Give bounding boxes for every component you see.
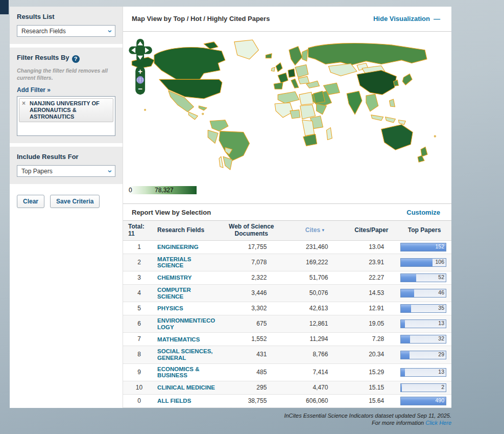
- rank-cell: 7: [123, 333, 155, 346]
- cites-cell: 8,766: [284, 346, 345, 363]
- sort-arrow-icon: ▾: [322, 227, 324, 233]
- cites-cell: 7,414: [284, 363, 345, 381]
- main-content: Map View by Top / Hot / Highly Cited Pap…: [123, 7, 451, 408]
- top-papers-value: 29: [438, 352, 444, 358]
- table-row: 7MATHEMATICS1,55211,2947.2832: [123, 333, 451, 346]
- filter-section: Filter Results By? Changing the filter f…: [10, 48, 123, 143]
- table-row: 9ECONOMICS & BUSINESS4857,41415.2913: [123, 363, 451, 381]
- cites-per-paper-cell: 22.27: [345, 271, 397, 284]
- field-link[interactable]: ENGINEERING: [157, 244, 217, 250]
- field-link[interactable]: CLINICAL MEDICINE: [157, 384, 217, 391]
- field-link[interactable]: ENVIRONMENT/ECOLOGY: [157, 317, 217, 330]
- total-header: Total:11: [123, 221, 155, 240]
- map-legend: 0 78,327: [128, 186, 197, 194]
- cites-per-paper-cell: 13.04: [345, 240, 397, 254]
- top-papers-bar: 490: [400, 397, 446, 405]
- cites-cell: 51,706: [284, 271, 345, 284]
- documents-cell: 431: [219, 346, 284, 363]
- top-papers-bar: 2: [400, 383, 446, 392]
- field-link[interactable]: ALL FIELDS: [157, 398, 217, 404]
- zoom-out-icon: −: [138, 85, 142, 93]
- add-filter-link[interactable]: Add Filter »: [17, 86, 51, 94]
- report-table-body: 1ENGINEERING17,755231,46013.041522MATERI…: [123, 240, 451, 407]
- rank-cell: 2: [123, 254, 155, 271]
- top-papers-value: 2: [441, 384, 444, 391]
- cites-per-paper-cell: 15.64: [345, 395, 397, 408]
- cites-per-paper-cell: 19.05: [345, 315, 397, 333]
- map-zoom-control[interactable]: + −: [135, 66, 145, 95]
- top-papers-bar: 13: [400, 319, 446, 328]
- cites-cell: 169,222: [284, 254, 345, 271]
- field-link[interactable]: CHEMISTRY: [157, 275, 217, 281]
- rank-cell: 1: [123, 240, 155, 254]
- documents-cell: 3,302: [219, 302, 284, 315]
- cites-per-paper-cell: 12.91: [345, 302, 397, 315]
- map-view-title: Map View by Top / Hot / Highly Cited Pap…: [132, 15, 270, 22]
- cites-per-paper-cell: 23.91: [345, 254, 397, 271]
- field-link[interactable]: ECONOMICS & BUSINESS: [157, 366, 217, 379]
- cites-per-paper-cell: 20.34: [345, 346, 397, 363]
- field-link[interactable]: COMPUTER SCIENCE: [157, 287, 217, 300]
- rank-cell: 4: [123, 284, 155, 302]
- filter-by-heading: Filter Results By: [17, 54, 69, 61]
- sidebar: Results List Research Fields ⌄ Filter Re…: [10, 7, 123, 408]
- column-header-cites-per-paper[interactable]: Cites/Paper: [345, 221, 397, 240]
- active-filters-box[interactable]: × NANJING UNIVERSITY OF AERONAUTICS & AS…: [17, 96, 115, 136]
- report-view-title: Report View by Selection: [132, 209, 211, 216]
- customize-link[interactable]: Customize: [406, 209, 440, 216]
- field-link[interactable]: MATHEMATICS: [157, 336, 217, 343]
- column-header-top-papers[interactable]: Top Papers: [397, 221, 451, 240]
- cites-cell: 42,613: [284, 302, 345, 315]
- save-criteria-button[interactable]: Save Criteria: [50, 195, 100, 208]
- documents-cell: 17,755: [219, 240, 284, 254]
- top-papers-value: 106: [435, 259, 444, 265]
- map-view-header: Map View by Top / Hot / Highly Cited Pap…: [123, 7, 451, 32]
- chevron-down-icon: ⌄: [106, 167, 113, 172]
- results-list-select[interactable]: Research Fields ⌄: [17, 25, 115, 37]
- column-header-documents[interactable]: Web of Science Documents: [219, 221, 284, 240]
- table-row: 1ENGINEERING17,755231,46013.04152: [123, 240, 451, 254]
- column-header-research-fields[interactable]: Research Fields: [155, 221, 219, 240]
- filter-tag[interactable]: × NANJING UNIVERSITY OF AERONAUTICS & AS…: [19, 98, 113, 122]
- clear-button[interactable]: Clear: [17, 195, 44, 208]
- top-papers-value: 152: [435, 244, 444, 250]
- cites-cell: 50,076: [284, 284, 345, 302]
- documents-cell: 485: [219, 363, 284, 381]
- table-row: 10CLINICAL MEDICINE2954,47015.152: [123, 381, 451, 395]
- legend-min: 0: [129, 187, 132, 194]
- cites-per-paper-cell: 7.28: [345, 333, 397, 346]
- cites-cell: 11,294: [284, 333, 345, 346]
- remove-filter-icon[interactable]: ×: [22, 100, 26, 107]
- top-papers-value: 35: [438, 305, 444, 311]
- top-papers-bar: 106: [400, 258, 446, 267]
- results-list-value: Research Fields: [21, 28, 66, 35]
- field-link[interactable]: MATERIALS SCIENCE: [157, 256, 217, 269]
- rank-cell: 9: [123, 363, 155, 381]
- include-results-select[interactable]: Top Papers ⌄: [17, 165, 115, 177]
- results-list-heading: Results List: [17, 13, 115, 20]
- documents-cell: 7,078: [219, 254, 284, 271]
- top-papers-bar: 46: [400, 289, 446, 298]
- main-panel: Results List Research Fields ⌄ Filter Re…: [10, 7, 451, 408]
- field-link[interactable]: PHYSICS: [157, 305, 217, 312]
- include-results-heading: Include Results For: [17, 153, 115, 161]
- world-map[interactable]: + −: [127, 35, 448, 173]
- filter-note: Changing the filter field removes all cu…: [17, 67, 115, 81]
- top-papers-value: 52: [438, 275, 444, 281]
- cites-cell: 4,470: [284, 381, 345, 395]
- results-list-section: Results List Research Fields ⌄: [10, 7, 123, 44]
- minus-icon: —: [434, 15, 440, 22]
- documents-cell: 1,552: [219, 333, 284, 346]
- top-papers-bar: 32: [400, 335, 446, 344]
- help-icon[interactable]: ?: [72, 55, 80, 63]
- field-link[interactable]: SOCIAL SCIENCES, GENERAL: [157, 348, 217, 361]
- documents-cell: 675: [219, 315, 284, 333]
- rank-cell: 6: [123, 315, 155, 333]
- table-row: 2MATERIALS SCIENCE7,078169,22223.91106: [123, 254, 451, 271]
- hide-visualization-link[interactable]: Hide Visualization—: [373, 15, 440, 22]
- click-here-link[interactable]: Click Here: [425, 420, 451, 426]
- column-header-cites[interactable]: Cites ▾: [284, 221, 345, 240]
- table-row: 8SOCIAL SCIENCES, GENERAL4318,76620.3429: [123, 346, 451, 363]
- top-papers-bar: 13: [400, 368, 446, 377]
- footer: InCites Essential Science Indicators dat…: [186, 413, 451, 427]
